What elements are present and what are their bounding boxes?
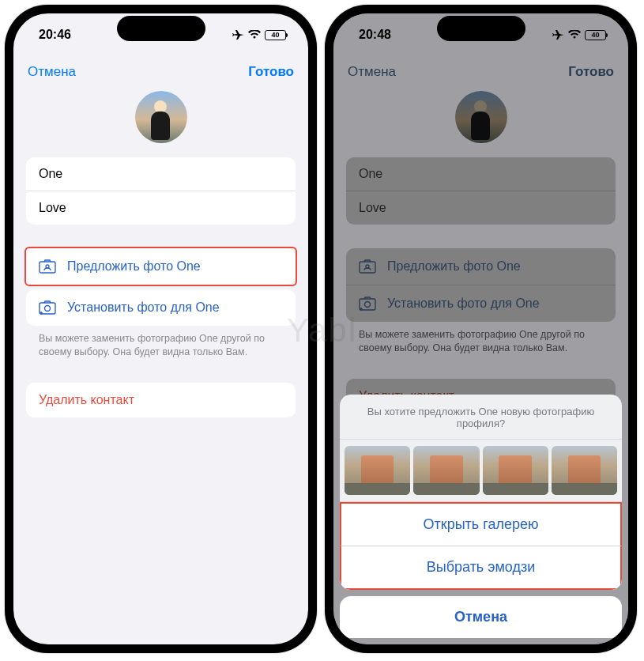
- done-button[interactable]: Готово: [248, 64, 294, 80]
- status-icons: 40: [232, 28, 286, 41]
- phone-pair: 20:46 40 Отмена Готово: [0, 0, 644, 658]
- battery-icon: 40: [265, 30, 286, 40]
- screen-left: 20:46 40 Отмена Готово: [13, 13, 308, 644]
- photo-thumbnail[interactable]: [552, 446, 617, 495]
- suggest-photo-label: Предложить фото One: [67, 259, 201, 274]
- camera-person-icon: [39, 259, 56, 274]
- photo-thumbnail[interactable]: [483, 446, 548, 495]
- suggest-photo-row[interactable]: Предложить фото One: [26, 248, 296, 285]
- content: One Love Предложить фото One: [13, 157, 308, 417]
- photo-hint-text: Вы можете заменить фотографию One другой…: [26, 326, 296, 359]
- camera-plus-icon: [39, 300, 56, 315]
- nav-bar: Отмена Готово: [13, 56, 308, 88]
- open-gallery-button[interactable]: Открыть галерею: [340, 502, 622, 546]
- airplane-icon: [232, 28, 244, 41]
- cancel-button[interactable]: Отмена: [28, 64, 76, 80]
- last-name-field[interactable]: Love: [26, 191, 296, 225]
- dynamic-island: [117, 16, 205, 41]
- photo-thumbnail[interactable]: [413, 446, 479, 495]
- phone-right: 20:48 40 Отмена Готово: [325, 5, 637, 653]
- first-name-field[interactable]: One: [26, 157, 296, 191]
- contact-avatar[interactable]: [135, 91, 187, 143]
- set-photo-row[interactable]: Установить фото для One: [26, 289, 296, 326]
- photo-thumbnails-row: [340, 440, 622, 502]
- photo-actions-group: Предложить фото One: [26, 248, 296, 285]
- name-fields-group: One Love: [26, 157, 296, 225]
- svg-point-3: [45, 306, 51, 312]
- action-sheet-title: Вы хотите предложить One новую фотографи…: [340, 395, 622, 440]
- svg-rect-2: [40, 303, 55, 314]
- delete-group: Удалить контакт: [26, 383, 296, 417]
- dynamic-island: [437, 16, 525, 41]
- svg-rect-0: [40, 262, 55, 273]
- sheet-cancel-button[interactable]: Отмена: [340, 596, 622, 638]
- set-photo-group: Установить фото для One: [26, 289, 296, 326]
- action-sheet: Вы хотите предложить One новую фотографи…: [333, 395, 628, 644]
- delete-contact-row[interactable]: Удалить контакт: [26, 383, 296, 417]
- choose-emoji-button[interactable]: Выбрать эмодзи: [340, 546, 622, 590]
- photo-thumbnail[interactable]: [345, 446, 410, 495]
- action-sheet-card: Вы хотите предложить One новую фотографи…: [340, 395, 622, 590]
- highlight-suggest-photo: Предложить фото One: [24, 247, 297, 286]
- status-time: 20:46: [39, 28, 71, 42]
- screen-right: 20:48 40 Отмена Готово: [333, 13, 628, 644]
- phone-left: 20:46 40 Отмена Готово: [5, 5, 317, 653]
- avatar-container: [13, 88, 308, 157]
- set-photo-label: Установить фото для One: [67, 300, 220, 315]
- wifi-icon: [248, 30, 261, 40]
